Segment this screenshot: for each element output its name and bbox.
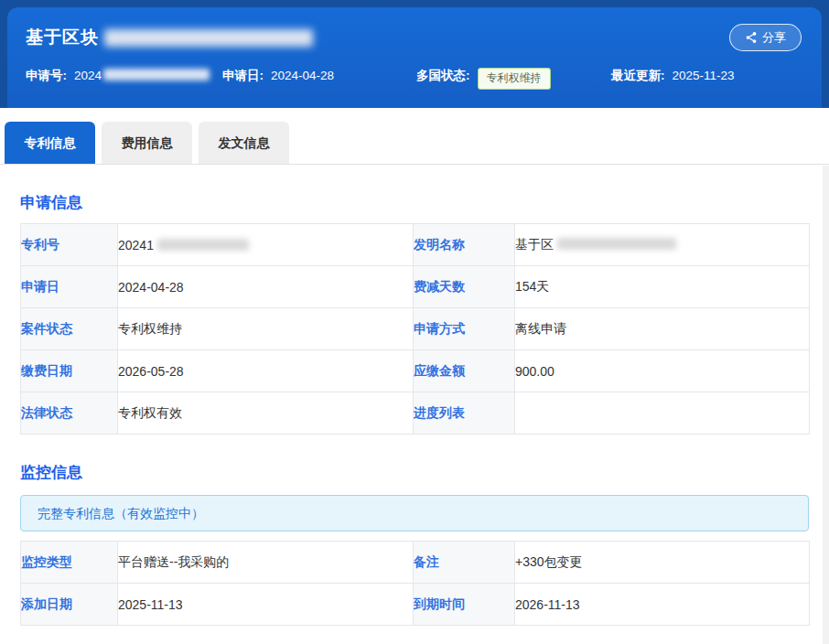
- field-value: 2026-05-28: [118, 350, 414, 392]
- redacted-block: [557, 238, 676, 250]
- redacted-title-block: [104, 29, 313, 47]
- share-icon: [745, 31, 758, 44]
- field-label: 监控类型: [21, 542, 118, 584]
- field-label: 申请日: [21, 266, 118, 308]
- application-number-label: 申请号:: [26, 69, 67, 82]
- header-meta-row: 申请号:2024 申请日:2024-04-28 多国状态:专利权维持 最近更新:…: [7, 68, 822, 88]
- multi-country-status: 多国状态:专利权维持: [416, 68, 551, 90]
- tab-bar: 专利信息费用信息发文信息: [0, 122, 829, 165]
- application-number-value: 2024: [74, 69, 102, 82]
- multi-country-status-label: 多国状态:: [416, 69, 470, 82]
- table-row: 缴费日期2026-05-28应缴金额900.00: [21, 350, 810, 392]
- field-value: 2026-11-13: [515, 584, 810, 626]
- application-info-table: 专利号20241发明名称基于区申请日2024-04-28费减天数154天案件状态…: [20, 223, 810, 435]
- field-value: 基于区: [515, 224, 810, 266]
- last-updated-label: 最近更新:: [611, 69, 665, 82]
- header-background: 基于区块 申请号:2024 申请日:2024-04-28 多国状态:专利权维持 …: [0, 0, 829, 108]
- table-row: 案件状态专利权维持申请方式离线申请: [21, 308, 810, 350]
- field-label: 专利号: [21, 224, 118, 266]
- table-row: 专利号20241发明名称基于区: [21, 224, 810, 266]
- field-value: 专利权有效: [118, 392, 414, 435]
- scrollbar-track[interactable]: [823, 166, 829, 644]
- tab-fee-info[interactable]: 费用信息: [102, 122, 192, 164]
- field-label: 法律状态: [21, 392, 118, 435]
- field-label: 备注: [414, 542, 515, 584]
- monitoring-info-table: 监控类型平台赠送--我采购的备注+330包变更添加日期2025-11-13到期时…: [20, 541, 810, 626]
- application-number: 申请号:2024: [26, 68, 210, 84]
- field-label: 缴费日期: [21, 350, 118, 392]
- field-value: 离线申请: [515, 308, 810, 350]
- field-value: 20241: [118, 224, 414, 266]
- share-button-label: 分享: [762, 29, 786, 46]
- share-button[interactable]: 分享: [729, 24, 802, 51]
- redacted-block: [103, 69, 210, 80]
- field-label: 费减天数: [414, 266, 515, 308]
- field-label: 应缴金额: [414, 350, 515, 392]
- application-info-title: 申请信息: [20, 192, 809, 214]
- field-value: 专利权维持: [118, 308, 414, 350]
- field-label: 申请方式: [414, 308, 515, 350]
- field-value: +330包变更: [515, 542, 810, 584]
- table-row: 监控类型平台赠送--我采购的备注+330包变更: [21, 542, 810, 584]
- monitoring-status-banner: 完整专利信息（有效监控中）: [20, 495, 809, 531]
- page-title: 基于区块: [26, 7, 803, 49]
- table-row: 申请日2024-04-28费减天数154天: [21, 266, 810, 308]
- field-value: 154天: [515, 266, 810, 308]
- field-value: 900.00: [515, 350, 810, 392]
- field-label: 发明名称: [414, 224, 515, 266]
- field-value: [515, 392, 810, 435]
- tab-notice-info[interactable]: 发文信息: [199, 122, 289, 164]
- field-label: 添加日期: [21, 584, 118, 626]
- table-row: 添加日期2025-11-13到期时间2026-11-13: [21, 584, 810, 626]
- field-value: 2024-04-28: [118, 266, 414, 308]
- field-value: 平台赠送--我采购的: [118, 542, 414, 584]
- application-date-value: 2024-04-28: [271, 69, 334, 82]
- field-value: 2025-11-13: [118, 584, 414, 626]
- field-label: 案件状态: [21, 308, 118, 350]
- tab-patent-info[interactable]: 专利信息: [5, 122, 95, 164]
- application-date-label: 申请日:: [222, 69, 264, 82]
- table-row: 法律状态专利权有效进度列表: [21, 392, 810, 435]
- field-label: 到期时间: [414, 584, 515, 626]
- header-panel: 基于区块 申请号:2024 申请日:2024-04-28 多国状态:专利权维持 …: [7, 7, 822, 108]
- redacted-block: [157, 239, 249, 251]
- application-date: 申请日:2024-04-28: [222, 68, 334, 84]
- status-badge: 专利权维持: [478, 68, 551, 90]
- page-title-text: 基于区块: [26, 26, 99, 49]
- last-updated-value: 2025-11-23: [673, 69, 735, 82]
- field-label: 进度列表: [414, 392, 515, 435]
- monitoring-info-title: 监控信息: [20, 462, 809, 484]
- last-updated: 最近更新:2025-11-23: [611, 68, 735, 84]
- main-content: 申请信息 专利号20241发明名称基于区申请日2024-04-28费减天数154…: [0, 192, 829, 626]
